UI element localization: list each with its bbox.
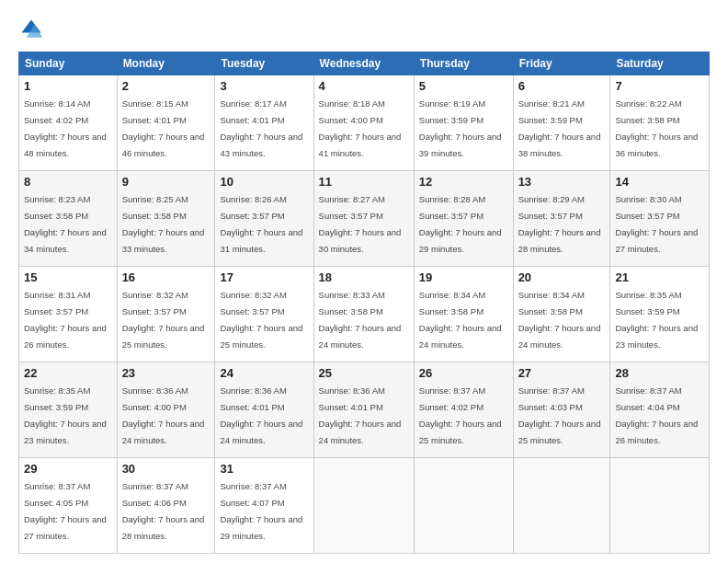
calendar-day-cell: 15 Sunrise: 8:31 AMSunset: 3:57 PMDaylig… — [19, 267, 118, 362]
day-info: Sunrise: 8:34 AMSunset: 3:58 PMDaylight:… — [518, 290, 601, 350]
day-info: Sunrise: 8:37 AMSunset: 4:02 PMDaylight:… — [419, 385, 502, 445]
day-info: Sunrise: 8:35 AMSunset: 3:59 PMDaylight:… — [24, 385, 107, 445]
day-info: Sunrise: 8:21 AMSunset: 3:59 PMDaylight:… — [518, 98, 601, 158]
calendar-day-cell: 10 Sunrise: 8:26 AMSunset: 3:57 PMDaylig… — [215, 171, 313, 267]
day-number: 7 — [615, 79, 704, 93]
day-number: 1 — [24, 79, 112, 93]
day-number: 29 — [24, 462, 112, 476]
day-number: 26 — [419, 366, 508, 380]
calendar-day-cell: 11 Sunrise: 8:27 AMSunset: 3:57 PMDaylig… — [313, 171, 414, 267]
calendar-week-row: 29 Sunrise: 8:37 AMSunset: 4:05 PMDaylig… — [19, 458, 710, 554]
day-info: Sunrise: 8:19 AMSunset: 3:59 PMDaylight:… — [419, 98, 502, 158]
day-info: Sunrise: 8:18 AMSunset: 4:00 PMDaylight:… — [319, 98, 402, 158]
day-number: 25 — [319, 366, 409, 380]
day-info: Sunrise: 8:15 AMSunset: 4:01 PMDaylight:… — [122, 98, 205, 158]
calendar-week-row: 22 Sunrise: 8:35 AMSunset: 3:59 PMDaylig… — [19, 362, 710, 458]
day-info: Sunrise: 8:29 AMSunset: 3:57 PMDaylight:… — [518, 194, 601, 254]
calendar-day-cell: 23 Sunrise: 8:36 AMSunset: 4:00 PMDaylig… — [117, 362, 215, 458]
calendar-table: Sunday Monday Tuesday Wednesday Thursday… — [18, 52, 710, 554]
day-info: Sunrise: 8:35 AMSunset: 3:59 PMDaylight:… — [615, 290, 698, 350]
calendar-day-cell: 9 Sunrise: 8:25 AMSunset: 3:58 PMDayligh… — [117, 171, 215, 267]
day-number: 6 — [518, 79, 606, 93]
calendar-day-cell: 13 Sunrise: 8:29 AMSunset: 3:57 PMDaylig… — [513, 171, 610, 267]
calendar-day-cell: 18 Sunrise: 8:33 AMSunset: 3:58 PMDaylig… — [313, 267, 414, 362]
day-info: Sunrise: 8:33 AMSunset: 3:58 PMDaylight:… — [319, 290, 402, 350]
page: Sunday Monday Tuesday Wednesday Thursday… — [0, 0, 728, 563]
calendar-day-cell: 4 Sunrise: 8:18 AMSunset: 4:00 PMDayligh… — [313, 75, 414, 171]
day-info: Sunrise: 8:37 AMSunset: 4:07 PMDaylight:… — [220, 481, 302, 541]
day-number: 5 — [419, 79, 508, 93]
day-number: 23 — [122, 366, 210, 380]
day-number: 21 — [615, 270, 704, 284]
day-number: 12 — [419, 175, 508, 189]
day-info: Sunrise: 8:25 AMSunset: 3:58 PMDaylight:… — [122, 194, 205, 254]
calendar-day-cell: 30 Sunrise: 8:37 AMSunset: 4:06 PMDaylig… — [117, 458, 215, 554]
day-number: 19 — [419, 270, 508, 284]
calendar-day-cell — [513, 458, 610, 554]
calendar-week-row: 1 Sunrise: 8:14 AMSunset: 4:02 PMDayligh… — [19, 75, 710, 171]
calendar-day-cell: 28 Sunrise: 8:37 AMSunset: 4:04 PMDaylig… — [610, 362, 710, 458]
calendar-week-row: 8 Sunrise: 8:23 AMSunset: 3:58 PMDayligh… — [19, 171, 710, 267]
day-number: 16 — [122, 270, 210, 284]
day-number: 31 — [220, 462, 308, 476]
day-info: Sunrise: 8:30 AMSunset: 3:57 PMDaylight:… — [615, 194, 698, 254]
day-info: Sunrise: 8:36 AMSunset: 4:00 PMDaylight:… — [122, 385, 205, 445]
day-info: Sunrise: 8:36 AMSunset: 4:01 PMDaylight:… — [220, 385, 302, 445]
calendar-day-cell — [414, 458, 513, 554]
day-info: Sunrise: 8:17 AMSunset: 4:01 PMDaylight:… — [220, 98, 302, 158]
day-number: 2 — [122, 79, 210, 93]
day-info: Sunrise: 8:22 AMSunset: 3:58 PMDaylight:… — [615, 98, 698, 158]
calendar-day-cell: 26 Sunrise: 8:37 AMSunset: 4:02 PMDaylig… — [414, 362, 513, 458]
header-saturday: Saturday — [610, 52, 710, 75]
calendar-day-cell: 8 Sunrise: 8:23 AMSunset: 3:58 PMDayligh… — [19, 171, 118, 267]
day-number: 30 — [122, 462, 210, 476]
calendar-day-cell: 17 Sunrise: 8:32 AMSunset: 3:57 PMDaylig… — [215, 267, 313, 362]
day-info: Sunrise: 8:37 AMSunset: 4:06 PMDaylight:… — [122, 481, 205, 541]
calendar-day-cell: 14 Sunrise: 8:30 AMSunset: 3:57 PMDaylig… — [610, 171, 710, 267]
calendar-day-cell: 1 Sunrise: 8:14 AMSunset: 4:02 PMDayligh… — [19, 75, 118, 171]
day-info: Sunrise: 8:36 AMSunset: 4:01 PMDaylight:… — [319, 385, 402, 445]
day-number: 27 — [518, 366, 606, 380]
calendar-day-cell: 19 Sunrise: 8:34 AMSunset: 3:58 PMDaylig… — [414, 267, 513, 362]
calendar-day-cell: 7 Sunrise: 8:22 AMSunset: 3:58 PMDayligh… — [610, 75, 710, 171]
day-number: 8 — [24, 175, 112, 189]
day-info: Sunrise: 8:23 AMSunset: 3:58 PMDaylight:… — [24, 194, 107, 254]
day-info: Sunrise: 8:37 AMSunset: 4:05 PMDaylight:… — [24, 481, 107, 541]
day-number: 18 — [319, 270, 409, 284]
day-number: 20 — [518, 270, 606, 284]
header-friday: Friday — [513, 52, 610, 75]
day-info: Sunrise: 8:28 AMSunset: 3:57 PMDaylight:… — [419, 194, 502, 254]
day-info: Sunrise: 8:26 AMSunset: 3:57 PMDaylight:… — [220, 194, 302, 254]
calendar-day-cell: 27 Sunrise: 8:37 AMSunset: 4:03 PMDaylig… — [513, 362, 610, 458]
calendar-day-cell: 29 Sunrise: 8:37 AMSunset: 4:05 PMDaylig… — [19, 458, 118, 554]
header-monday: Monday — [117, 52, 215, 75]
day-info: Sunrise: 8:14 AMSunset: 4:02 PMDaylight:… — [24, 98, 107, 158]
calendar-day-cell: 3 Sunrise: 8:17 AMSunset: 4:01 PMDayligh… — [215, 75, 313, 171]
day-number: 4 — [319, 79, 409, 93]
calendar-day-cell: 6 Sunrise: 8:21 AMSunset: 3:59 PMDayligh… — [513, 75, 610, 171]
weekday-header-row: Sunday Monday Tuesday Wednesday Thursday… — [19, 52, 710, 75]
calendar-week-row: 15 Sunrise: 8:31 AMSunset: 3:57 PMDaylig… — [19, 267, 710, 362]
day-info: Sunrise: 8:32 AMSunset: 3:57 PMDaylight:… — [220, 290, 302, 350]
calendar-day-cell: 25 Sunrise: 8:36 AMSunset: 4:01 PMDaylig… — [313, 362, 414, 458]
day-number: 3 — [220, 79, 308, 93]
day-info: Sunrise: 8:34 AMSunset: 3:58 PMDaylight:… — [419, 290, 502, 350]
calendar-day-cell: 22 Sunrise: 8:35 AMSunset: 3:59 PMDaylig… — [19, 362, 118, 458]
calendar-day-cell — [313, 458, 414, 554]
day-number: 15 — [24, 270, 112, 284]
calendar-day-cell: 16 Sunrise: 8:32 AMSunset: 3:57 PMDaylig… — [117, 267, 215, 362]
day-number: 11 — [319, 175, 409, 189]
day-number: 28 — [615, 366, 704, 380]
day-number: 17 — [220, 270, 308, 284]
calendar-day-cell — [610, 458, 710, 554]
day-info: Sunrise: 8:27 AMSunset: 3:57 PMDaylight:… — [319, 194, 402, 254]
calendar-day-cell: 24 Sunrise: 8:36 AMSunset: 4:01 PMDaylig… — [215, 362, 313, 458]
day-number: 22 — [24, 366, 112, 380]
day-number: 24 — [220, 366, 308, 380]
calendar-day-cell: 5 Sunrise: 8:19 AMSunset: 3:59 PMDayligh… — [414, 75, 513, 171]
header-tuesday: Tuesday — [215, 52, 313, 75]
header-wednesday: Wednesday — [313, 52, 414, 75]
day-info: Sunrise: 8:31 AMSunset: 3:57 PMDaylight:… — [24, 290, 107, 350]
logo-icon — [18, 17, 44, 42]
calendar-day-cell: 12 Sunrise: 8:28 AMSunset: 3:57 PMDaylig… — [414, 171, 513, 267]
